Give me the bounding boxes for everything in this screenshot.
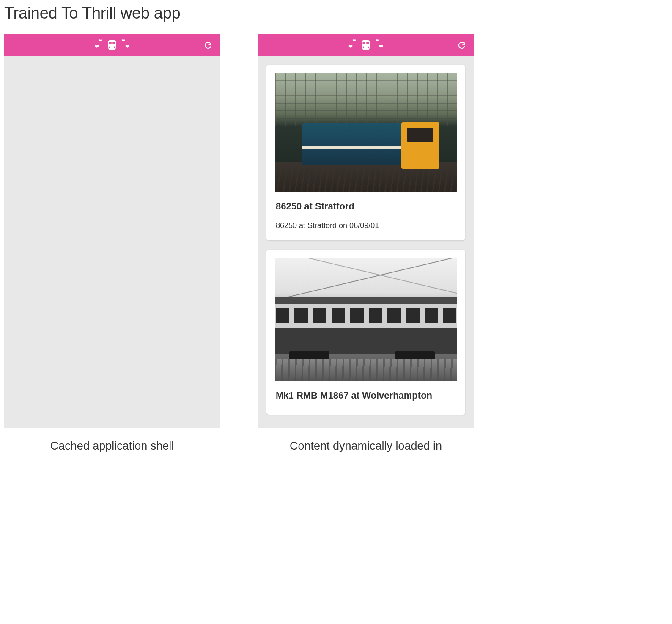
card-body: Mk1 RMB M1867 at Wolverhampton — [266, 381, 465, 415]
refresh-button[interactable] — [456, 39, 468, 51]
card-description: 86250 at Stratford on 06/09/01 — [276, 221, 456, 230]
refresh-button[interactable] — [202, 39, 214, 51]
panel-left: ❤ ❤ ❤ ❤ Cac — [4, 34, 220, 453]
card-body: 86250 at Stratford 86250 at Stratford on… — [266, 192, 465, 240]
phone-frame-left: ❤ ❤ ❤ ❤ — [4, 34, 220, 428]
train-icon — [359, 38, 372, 52]
app-logo: ❤ ❤ ❤ ❤ — [348, 38, 383, 53]
panel-caption-left: Cached application shell — [50, 440, 174, 453]
refresh-icon — [457, 40, 467, 50]
phone-frame-right: ❤ ❤ ❤ ❤ — [258, 34, 474, 428]
card-image — [275, 73, 457, 192]
content-card[interactable]: 86250 at Stratford 86250 at Stratford on… — [266, 65, 465, 240]
panel-right: ❤ ❤ ❤ ❤ — [258, 34, 474, 453]
refresh-icon — [203, 40, 213, 50]
app-logo: ❤ ❤ ❤ ❤ — [95, 38, 129, 53]
app-header: ❤ ❤ ❤ ❤ — [258, 34, 474, 56]
content-card[interactable]: Mk1 RMB M1867 at Wolverhampton — [266, 250, 465, 415]
comparison-panels: ❤ ❤ ❤ ❤ Cac — [4, 34, 668, 453]
hearts-right-icon: ❤ ❤ — [120, 38, 129, 53]
panel-caption-right: Content dynamically loaded in — [290, 440, 442, 453]
hearts-left-icon: ❤ ❤ — [348, 38, 358, 53]
card-image — [275, 258, 457, 381]
card-title: Mk1 RMB M1867 at Wolverhampton — [276, 390, 456, 401]
card-title: 86250 at Stratford — [276, 201, 456, 212]
app-header: ❤ ❤ ❤ ❤ — [4, 34, 220, 56]
content-feed: 86250 at Stratford 86250 at Stratford on… — [258, 56, 474, 428]
hearts-left-icon: ❤ ❤ — [95, 38, 104, 53]
page-title: Trained To Thrill web app — [4, 4, 668, 22]
hearts-right-icon: ❤ ❤ — [374, 38, 383, 53]
train-icon — [106, 38, 118, 52]
